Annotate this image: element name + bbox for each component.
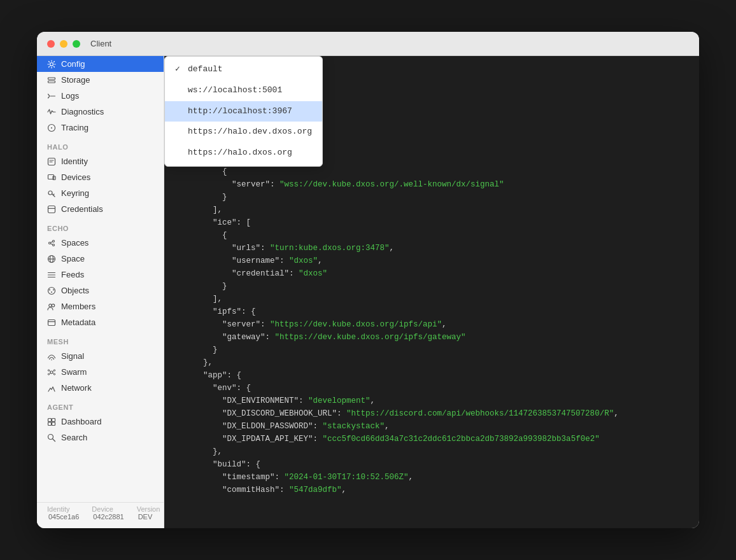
sidebar-item-search[interactable]: Search: [37, 430, 164, 445]
svg-rect-45: [48, 418, 52, 421]
network-icon: [47, 384, 56, 393]
svg-rect-33: [48, 319, 55, 325]
sidebar-item-dashboard[interactable]: Dashboard: [37, 414, 164, 430]
swarm-icon: [47, 368, 56, 377]
svg-point-40: [53, 373, 55, 374]
sidebar-item-identity[interactable]: Identity: [37, 153, 164, 169]
device-label: Device: [92, 505, 113, 513]
svg-point-36: [50, 371, 53, 374]
sidebar-label-feeds: Feeds: [61, 270, 84, 279]
device-value: 042c2881: [93, 513, 124, 521]
sidebar-item-network[interactable]: Network: [37, 380, 164, 396]
sidebar-item-storage[interactable]: Storage: [37, 72, 164, 88]
spaces-icon: [47, 239, 56, 248]
section-label-halo: HALO: [37, 136, 164, 153]
sidebar-item-swarm[interactable]: Swarm: [37, 364, 164, 380]
sidebar-item-logs[interactable]: Logs: [37, 88, 164, 104]
sidebar-item-spaces[interactable]: Spaces: [37, 235, 164, 251]
svg-point-18: [53, 244, 55, 246]
svg-point-11: [48, 191, 52, 195]
devices-icon: [47, 173, 56, 182]
sidebar-item-tracing[interactable]: Tracing: [37, 120, 164, 136]
identity-label: Identity: [47, 505, 69, 513]
sidebar-item-signal[interactable]: Signal: [37, 348, 164, 364]
minimize-button[interactable]: [60, 40, 67, 48]
footer-identity: Identity 045ce1a6: [47, 505, 79, 521]
dropdown-item-https-halo-dev[interactable]: https://halo.dev.dxos.org: [165, 122, 322, 143]
svg-point-27: [48, 287, 55, 294]
objects-icon: [47, 286, 56, 295]
sidebar-item-space[interactable]: Space: [37, 251, 164, 267]
json-content-area: ✓ default ws://localhost:5001 http://loc…: [164, 56, 699, 528]
sidebar-label-search: Search: [61, 433, 87, 442]
sidebar-item-keyring[interactable]: Keyring: [37, 185, 164, 201]
svg-rect-47: [48, 422, 52, 425]
section-label-agent: AGENT: [37, 396, 164, 414]
sidebar-label-signal: Signal: [61, 351, 84, 361]
version-value: DEV: [138, 513, 153, 521]
svg-point-28: [49, 289, 50, 290]
main-layout: Config Storage Logs Diagn: [37, 56, 699, 528]
titlebar: Client: [37, 32, 699, 56]
sidebar-label-members: Members: [61, 302, 96, 311]
app-window: Client Config Storage: [37, 32, 699, 528]
diagnostics-icon: [47, 108, 56, 116]
sidebar-item-config[interactable]: Config: [37, 56, 164, 72]
gear-icon: [47, 60, 56, 69]
close-button[interactable]: [47, 40, 55, 48]
sidebar-label-spaces: Spaces: [61, 238, 88, 248]
svg-point-37: [48, 369, 49, 370]
sidebar-item-credentials[interactable]: Credentials: [37, 201, 164, 217]
footer-device: Device 042c2881: [92, 505, 124, 521]
sidebar-label-keyring: Keyring: [61, 188, 89, 198]
sidebar-footer: Identity 045ce1a6 Device 042c2881 Versio…: [37, 502, 164, 523]
dropdown-menu[interactable]: ✓ default ws://localhost:5001 http://loc…: [164, 56, 323, 167]
logs-icon: [47, 92, 56, 101]
dropdown-item-https-halo[interactable]: https://halo.dxos.org: [165, 143, 322, 164]
dashboard-icon: [47, 417, 56, 426]
svg-point-17: [53, 240, 55, 242]
check-default: ✓: [175, 63, 184, 76]
sidebar-item-feeds[interactable]: Feeds: [37, 267, 164, 283]
search-icon: [47, 433, 56, 442]
svg-point-31: [49, 304, 52, 306]
svg-line-41: [50, 370, 51, 371]
sidebar-label-network: Network: [61, 383, 92, 393]
sidebar-item-objects[interactable]: Objects: [37, 283, 164, 298]
dropdown-item-http-localhost[interactable]: http://localhost:3967: [165, 101, 322, 122]
sidebar-label-logs: Logs: [61, 91, 79, 101]
identity-value: 045ce1a6: [48, 513, 79, 521]
svg-rect-48: [52, 422, 55, 425]
svg-point-39: [48, 373, 49, 374]
sidebar-item-diagnostics[interactable]: Diagnostics: [37, 104, 164, 120]
svg-point-5: [51, 127, 52, 129]
svg-rect-2: [48, 81, 55, 83]
section-label-mesh: MESH: [37, 330, 164, 348]
sidebar-label-dashboard: Dashboard: [61, 417, 102, 426]
sidebar-label-credentials: Credentials: [61, 204, 103, 214]
svg-line-20: [50, 243, 52, 244]
sidebar-item-devices[interactable]: Devices: [37, 169, 164, 185]
keyring-icon: [47, 189, 56, 198]
dropdown-item-ws-localhost[interactable]: ws://localhost:5001: [165, 80, 322, 101]
signal-icon: [47, 352, 56, 361]
version-label: Version: [137, 505, 160, 513]
maximize-button[interactable]: [73, 40, 80, 48]
sidebar-label-objects: Objects: [61, 286, 89, 295]
dropdown-item-default[interactable]: ✓ default: [165, 59, 322, 80]
sidebar-label-tracing: Tracing: [61, 123, 88, 132]
metadata-icon: [47, 318, 56, 327]
sidebar-item-metadata[interactable]: Metadata: [37, 314, 164, 330]
svg-point-16: [49, 242, 51, 244]
identity-icon: [47, 157, 56, 166]
svg-rect-1: [48, 78, 55, 80]
sidebar-label-storage: Storage: [61, 75, 90, 85]
sidebar-label-config: Config: [61, 59, 85, 69]
svg-point-29: [51, 291, 52, 293]
svg-point-30: [53, 289, 54, 290]
svg-line-19: [50, 241, 52, 242]
sidebar: Config Storage Logs Diagn: [37, 56, 164, 528]
sidebar-item-members[interactable]: Members: [37, 298, 164, 314]
sidebar-label-devices: Devices: [61, 172, 90, 182]
window-title: Client: [90, 39, 111, 48]
